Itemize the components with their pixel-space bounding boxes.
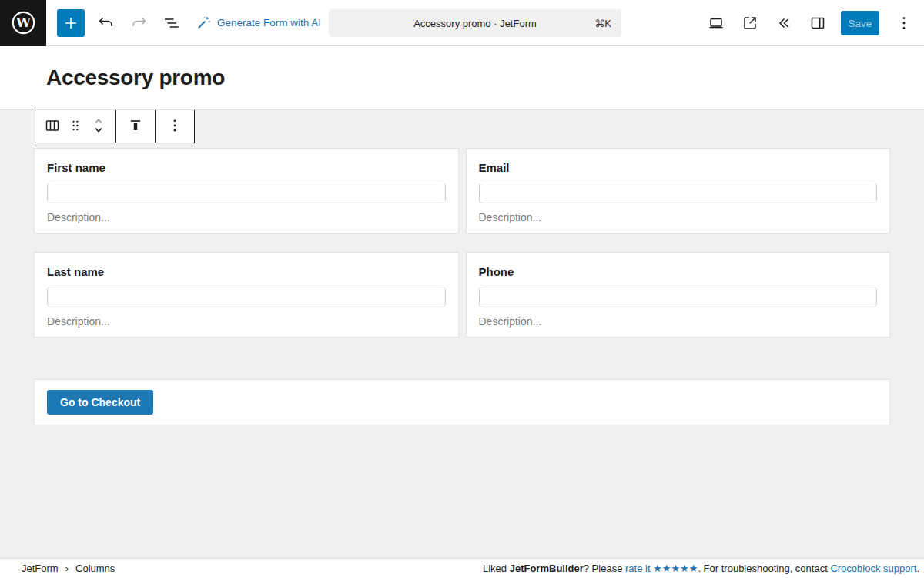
editor-canvas: First name Description... Email Descript…: [0, 110, 924, 558]
document-overview-icon: [162, 14, 180, 32]
magic-wand-icon: [196, 15, 212, 31]
last-name-input[interactable]: [47, 287, 446, 307]
plus-icon: [62, 14, 80, 32]
move-up-down-icon: [89, 113, 108, 138]
sidebar-panel-icon: [808, 14, 827, 32]
svg-text:W: W: [15, 15, 32, 30]
field-label: First name: [47, 161, 446, 174]
chevron-down-icon: [95, 129, 102, 132]
options-menu-button[interactable]: [889, 9, 919, 37]
kebab-menu-icon: [166, 116, 184, 135]
field-card-last-name[interactable]: Last name Description...: [34, 252, 459, 338]
notice-text: ? Please: [584, 563, 625, 574]
field-card-first-name[interactable]: First name Description...: [34, 148, 459, 234]
collapse-sidebar-button[interactable]: [768, 9, 799, 37]
block-inserter-button[interactable]: [57, 9, 85, 37]
generate-form-ai-button[interactable]: Generate Form with AI: [192, 15, 324, 31]
block-toolbar-group-options: [156, 110, 194, 143]
breadcrumb-columns[interactable]: Columns: [75, 563, 115, 574]
rate-it-link[interactable]: rate it ★★★★★: [625, 563, 698, 574]
post-title[interactable]: Accessory promo: [46, 66, 225, 90]
chevron-right-icon: ›: [65, 563, 69, 574]
notice-text: .: [916, 563, 919, 574]
field-label: Last name: [47, 265, 446, 278]
document-title: Accessory promo · JetForm: [413, 18, 537, 29]
field-description[interactable]: Description...: [47, 315, 446, 328]
submit-block-card[interactable]: Go to Checkout: [34, 379, 890, 425]
go-to-checkout-button[interactable]: Go to Checkout: [47, 390, 153, 415]
undo-button[interactable]: [91, 9, 122, 37]
block-breadcrumb: JetForm › Columns: [22, 563, 115, 574]
crocoblock-support-link[interactable]: Crocoblock support: [830, 563, 916, 574]
chevron-up-icon: [95, 120, 102, 123]
jetformbuilder-notice: Liked JetFormBuilder? Please rate it ★★★…: [483, 563, 919, 574]
field-card-email[interactable]: Email Description...: [466, 148, 891, 234]
double-chevron-left-icon: [775, 14, 793, 32]
wordpress-logo-icon: W: [10, 9, 37, 36]
align-top-icon: [126, 116, 145, 135]
external-link-icon: [741, 14, 759, 32]
editor-top-bar: W Generate Form with AI Accessor: [0, 0, 924, 46]
block-toolbar-group-main: [35, 110, 116, 143]
field-label: Phone: [479, 265, 878, 278]
view-site-button[interactable]: [735, 9, 765, 37]
wordpress-logo-button[interactable]: W: [0, 0, 46, 46]
notice-brand: JetFormBuilder: [510, 563, 584, 574]
block-toolbar: [35, 110, 195, 143]
phone-input[interactable]: [479, 287, 878, 307]
field-label: Email: [479, 161, 878, 174]
first-name-input[interactable]: [47, 183, 446, 203]
notice-text: . For troubleshooting, contact: [698, 563, 830, 574]
drag-handle-icon: [68, 116, 83, 135]
vertical-align-button[interactable]: [121, 110, 150, 143]
field-description[interactable]: Description...: [47, 211, 446, 223]
generate-form-ai-label: Generate Form with AI: [217, 17, 321, 29]
save-button[interactable]: Save: [841, 11, 879, 35]
notice-text: Liked: [483, 563, 510, 574]
undo-icon: [97, 14, 116, 32]
kebab-menu-icon: [895, 14, 913, 32]
preview-button[interactable]: [701, 9, 732, 37]
field-description[interactable]: Description...: [479, 315, 878, 328]
post-title-section: Accessory promo: [0, 46, 924, 110]
block-movers[interactable]: [86, 110, 111, 143]
field-description[interactable]: Description...: [479, 211, 878, 223]
drag-handle[interactable]: [66, 110, 85, 143]
columns-row-2: Last name Description... Phone Descripti…: [34, 252, 890, 338]
block-options-button[interactable]: [160, 110, 189, 143]
columns-block-type-button[interactable]: [40, 110, 65, 143]
field-card-phone[interactable]: Phone Description...: [466, 252, 891, 338]
block-toolbar-group-align: [116, 110, 156, 143]
email-input[interactable]: [479, 183, 878, 203]
document-overview-button[interactable]: [156, 9, 186, 37]
settings-sidebar-button[interactable]: [802, 9, 833, 37]
command-shortcut: ⌘K: [594, 18, 611, 29]
redo-button[interactable]: [123, 9, 154, 37]
editor-footer: JetForm › Columns Liked JetFormBuilder? …: [0, 558, 924, 578]
columns-row-1: First name Description... Email Descript…: [34, 148, 890, 234]
columns-icon: [43, 116, 62, 135]
command-palette-button[interactable]: Accessory promo · JetForm ⌘K: [329, 9, 621, 37]
form-blocks-area: First name Description... Email Descript…: [0, 110, 924, 338]
redo-icon: [129, 14, 148, 32]
top-bar-right-group: Save: [699, 0, 919, 46]
laptop-icon: [707, 14, 725, 32]
breadcrumb-jetform[interactable]: JetForm: [22, 563, 59, 574]
